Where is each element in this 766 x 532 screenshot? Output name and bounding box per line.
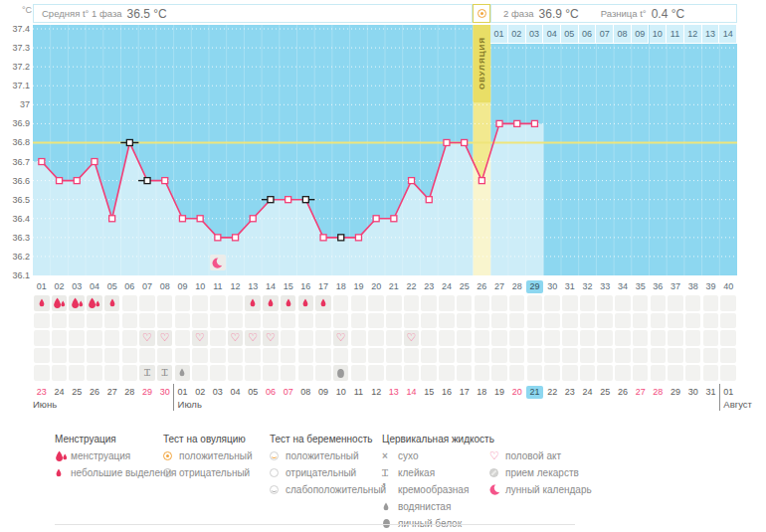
cervical-fluid-cell-day-25[interactable] (457, 365, 473, 381)
pregnancy-test-cell-day-18[interactable] (333, 348, 349, 364)
date-cell-day-19[interactable]: 11 (350, 386, 368, 399)
pregnancy-test-cell-day-3[interactable] (69, 348, 85, 364)
ovulation-test-cell-day-27[interactable] (491, 313, 507, 329)
intercourse-cell-day-9[interactable] (175, 330, 191, 346)
pregnancy-test-cell-day-19[interactable] (351, 348, 367, 364)
menstruation-cell-day-37[interactable] (668, 295, 683, 311)
cycle-day-cell-09[interactable]: 09 (174, 280, 192, 293)
intercourse-cell-day-36[interactable] (651, 330, 667, 346)
cycle-day-cell-18[interactable]: 18 (332, 280, 350, 293)
pregnancy-test-cell-day-23[interactable] (421, 348, 437, 364)
intercourse-cell-day-18[interactable]: ♡ (333, 330, 349, 346)
cervical-fluid-cell-day-40[interactable] (720, 365, 736, 381)
pregnancy-test-cell-day-2[interactable] (52, 348, 68, 364)
ovulation-test-cell-day-36[interactable] (651, 313, 667, 329)
cervical-fluid-cell-day-11[interactable] (210, 365, 226, 381)
menstruation-cell-day-15[interactable] (281, 295, 296, 311)
pregnancy-test-cell-day-24[interactable] (439, 348, 455, 364)
cycle-day-cell-13[interactable]: 13 (244, 280, 262, 293)
cycle-day-cell-20[interactable]: 20 (367, 280, 385, 293)
cycle-day-cell-33[interactable]: 33 (596, 280, 614, 293)
ovulation-test-cell-day-13[interactable] (245, 313, 261, 329)
date-cell-day-27[interactable]: 19 (490, 386, 508, 399)
menstruation-cell-day-39[interactable] (703, 295, 719, 311)
cervical-fluid-cell-day-24[interactable] (439, 365, 455, 381)
intercourse-cell-day-3[interactable] (69, 330, 85, 346)
cycle-day-cell-03[interactable]: 03 (68, 280, 86, 293)
date-cell-day-7[interactable]: 29 (138, 386, 156, 399)
pregnancy-test-cell-day-40[interactable] (720, 348, 736, 364)
intercourse-cell-day-31[interactable] (562, 330, 578, 346)
pregnancy-test-cell-day-12[interactable] (228, 348, 244, 364)
cervical-fluid-cell-day-18[interactable] (333, 365, 349, 381)
cycle-day-cell-04[interactable]: 04 (86, 280, 103, 293)
ovulation-test-cell-day-17[interactable] (315, 313, 331, 329)
pregnancy-test-cell-day-6[interactable] (122, 348, 138, 364)
menstruation-cell-day-34[interactable] (615, 295, 631, 311)
intercourse-cell-day-27[interactable] (491, 330, 507, 346)
pregnancy-test-cell-day-36[interactable] (651, 348, 667, 364)
menstruation-cell-day-26[interactable] (475, 295, 490, 311)
pregnancy-test-cell-day-1[interactable] (34, 348, 50, 364)
cycle-day-cell-07[interactable]: 07 (138, 280, 156, 293)
cycle-day-cell-16[interactable]: 16 (297, 280, 315, 293)
cervical-fluid-cell-day-23[interactable] (421, 365, 437, 381)
cervical-fluid-cell-day-13[interactable] (245, 365, 261, 381)
intercourse-cell-day-20[interactable] (368, 330, 384, 346)
pregnancy-test-cell-day-10[interactable] (192, 348, 208, 364)
cervical-fluid-cell-day-31[interactable] (562, 365, 578, 381)
ovulation-test-cell-day-1[interactable] (34, 313, 50, 329)
menstruation-cell-day-1[interactable] (34, 295, 50, 311)
intercourse-cell-day-19[interactable] (351, 330, 367, 346)
cycle-day-cell-34[interactable]: 34 (614, 280, 632, 293)
menstruation-cell-day-32[interactable] (580, 295, 596, 311)
cycle-day-cell-40[interactable]: 40 (719, 280, 737, 293)
date-cell-day-1[interactable]: 23 (33, 386, 51, 399)
pregnancy-test-cell-day-11[interactable] (210, 348, 226, 364)
cervical-fluid-cell-day-4[interactable] (87, 365, 102, 381)
cycle-day-cell-21[interactable]: 21 (385, 280, 403, 293)
menstruation-cell-day-30[interactable] (544, 295, 560, 311)
pregnancy-test-cell-day-16[interactable] (298, 348, 314, 364)
date-cell-day-3[interactable]: 25 (68, 386, 86, 399)
intercourse-cell-day-14[interactable]: ♡ (263, 330, 279, 346)
date-cell-day-32[interactable]: 24 (579, 386, 597, 399)
date-cell-day-28[interactable]: 20 (508, 386, 526, 399)
intercourse-cell-day-7[interactable]: ♡ (139, 330, 155, 346)
ovulation-test-cell-day-3[interactable] (69, 313, 85, 329)
menstruation-cell-day-35[interactable] (633, 295, 649, 311)
cervical-fluid-cell-day-28[interactable] (509, 365, 525, 381)
ovulation-test-cell-day-18[interactable] (333, 313, 349, 329)
pregnancy-test-cell-day-9[interactable] (175, 348, 191, 364)
date-cell-day-31[interactable]: 23 (561, 386, 579, 399)
cycle-day-cell-05[interactable]: 05 (103, 280, 121, 293)
intercourse-cell-day-8[interactable]: ♡ (157, 330, 173, 346)
cervical-fluid-cell-day-38[interactable] (685, 365, 701, 381)
ovulation-test-cell-day-16[interactable] (298, 313, 314, 329)
intercourse-cell-day-38[interactable] (685, 330, 701, 346)
cycle-day-cell-10[interactable]: 10 (191, 280, 209, 293)
ovulation-test-cell-day-14[interactable] (263, 313, 279, 329)
cycle-day-cell-35[interactable]: 35 (632, 280, 650, 293)
cycle-day-cell-15[interactable]: 15 (280, 280, 297, 293)
pregnancy-test-cell-day-8[interactable] (157, 348, 173, 364)
intercourse-cell-day-32[interactable] (580, 330, 596, 346)
cervical-fluid-cell-day-34[interactable] (615, 365, 631, 381)
date-cell-day-12[interactable]: 04 (227, 386, 245, 399)
cervical-fluid-cell-day-30[interactable] (544, 365, 560, 381)
menstruation-cell-day-12[interactable] (228, 295, 244, 311)
ovulation-test-cell-day-37[interactable] (668, 313, 683, 329)
cervical-fluid-cell-day-1[interactable] (34, 365, 50, 381)
pregnancy-test-cell-day-28[interactable] (509, 348, 525, 364)
intercourse-cell-day-33[interactable] (597, 330, 613, 346)
menstruation-cell-day-18[interactable] (333, 295, 349, 311)
menstruation-cell-day-6[interactable] (122, 295, 138, 311)
pregnancy-test-cell-day-34[interactable] (615, 348, 631, 364)
menstruation-cell-day-28[interactable] (509, 295, 525, 311)
date-cell-day-26[interactable]: 18 (474, 386, 491, 399)
menstruation-cell-day-19[interactable] (351, 295, 367, 311)
cervical-fluid-cell-day-35[interactable] (633, 365, 649, 381)
intercourse-cell-day-37[interactable] (668, 330, 683, 346)
intercourse-cell-day-29[interactable] (527, 330, 543, 346)
intercourse-cell-day-34[interactable] (615, 330, 631, 346)
